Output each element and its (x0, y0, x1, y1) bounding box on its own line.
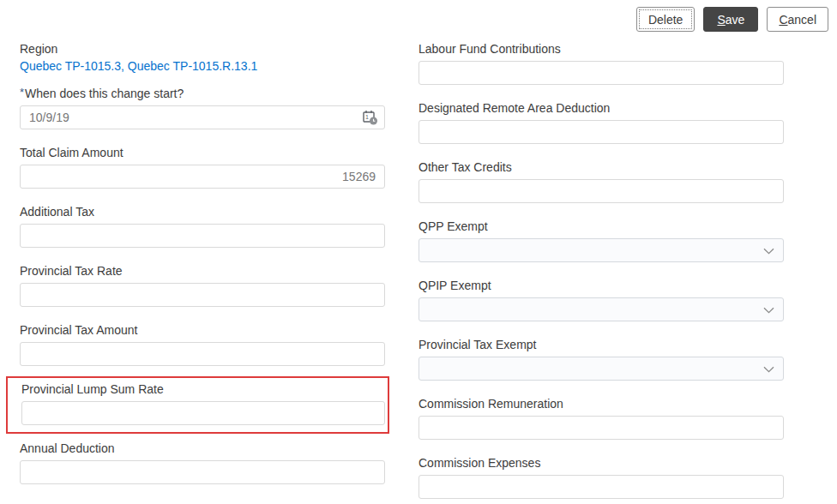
delete-button-label: Delete (648, 13, 683, 27)
start-date-label: *When does this change start? (20, 86, 385, 100)
right-column: Labour Fund Contributions Designated Rem… (418, 42, 784, 504)
svg-text:1: 1 (365, 114, 369, 120)
provincial-tax-exempt-select[interactable] (418, 357, 784, 381)
calendar-clock-icon[interactable]: 1 (362, 110, 378, 126)
save-button-label: ave (726, 13, 745, 27)
left-column: Region Quebec TP-1015.3, Quebec TP-1015.… (20, 42, 385, 504)
annual-deduction-group: Annual Deduction (20, 441, 385, 484)
qpp-exempt-label: QPP Exempt (418, 219, 784, 233)
qpp-exempt-select[interactable] (418, 238, 784, 262)
region-label: Region (20, 42, 385, 56)
commission-expenses-group: Commission Expenses (418, 456, 784, 499)
region-value-link[interactable]: Quebec TP-1015.3, Quebec TP-1015.R.13.1 (20, 59, 257, 73)
other-tax-credits-input[interactable] (418, 179, 784, 203)
remote-area-deduction-input[interactable] (418, 120, 784, 144)
annual-deduction-input[interactable] (20, 460, 385, 484)
total-claim-group: Total Claim Amount (20, 146, 385, 189)
additional-tax-input[interactable] (20, 224, 385, 248)
commission-expenses-label: Commission Expenses (418, 456, 784, 470)
start-date-group: *When does this change start? 1 (20, 86, 385, 129)
cancel-button-accesskey: C (779, 13, 787, 27)
provincial-tax-rate-label: Provincial Tax Rate (20, 264, 385, 278)
other-tax-credits-group: Other Tax Credits (418, 160, 784, 203)
qpip-exempt-group: QPIP Exempt (418, 279, 784, 321)
form-body: Region Quebec TP-1015.3, Quebec TP-1015.… (20, 42, 784, 504)
required-marker: * (20, 86, 24, 99)
qpip-exempt-label: QPIP Exempt (418, 279, 784, 292)
cancel-button-label: ancel (788, 13, 816, 27)
delete-button[interactable]: Delete (636, 7, 695, 32)
remote-area-deduction-label: Designated Remote Area Deduction (418, 101, 784, 115)
annual-deduction-label: Annual Deduction (20, 441, 385, 455)
provincial-lump-sum-rate-label: Provincial Lump Sum Rate (21, 382, 385, 396)
provincial-tax-amount-group: Provincial Tax Amount (20, 323, 385, 366)
commission-remuneration-group: Commission Remuneration (418, 397, 784, 440)
commission-remuneration-input[interactable] (418, 416, 784, 440)
provincial-tax-exempt-group: Provincial Tax Exempt (418, 338, 784, 381)
labour-fund-input[interactable] (418, 61, 784, 85)
labour-fund-group: Labour Fund Contributions (418, 42, 784, 85)
chevron-down-icon (763, 361, 774, 376)
provincial-tax-rate-group: Provincial Tax Rate (20, 264, 385, 307)
total-claim-label: Total Claim Amount (20, 146, 385, 159)
labour-fund-label: Labour Fund Contributions (418, 42, 784, 56)
provincial-lump-sum-rate-input[interactable] (21, 401, 385, 425)
remote-area-deduction-group: Designated Remote Area Deduction (418, 101, 784, 144)
provincial-tax-amount-label: Provincial Tax Amount (20, 323, 385, 337)
region-group: Region Quebec TP-1015.3, Quebec TP-1015.… (20, 42, 385, 74)
provincial-tax-rate-input[interactable] (20, 283, 385, 307)
provincial-tax-amount-input[interactable] (20, 342, 385, 366)
toolbar: Delete Save Cancel (636, 7, 828, 32)
provincial-tax-exempt-label: Provincial Tax Exempt (418, 338, 784, 351)
provincial-lump-sum-rate-group-highlighted: Provincial Lump Sum Rate (6, 376, 389, 434)
additional-tax-label: Additional Tax (20, 205, 385, 219)
chevron-down-icon (763, 243, 774, 258)
chevron-down-icon (763, 302, 774, 317)
commission-expenses-input[interactable] (418, 475, 784, 499)
qpip-exempt-select[interactable] (418, 297, 784, 321)
total-claim-input[interactable] (20, 165, 385, 189)
cancel-button[interactable]: Cancel (767, 7, 828, 32)
additional-tax-group: Additional Tax (20, 205, 385, 248)
other-tax-credits-label: Other Tax Credits (418, 160, 784, 174)
qpp-exempt-group: QPP Exempt (418, 219, 784, 262)
commission-remuneration-label: Commission Remuneration (418, 397, 784, 411)
start-date-input[interactable] (20, 105, 385, 129)
save-button-accesskey: S (717, 13, 725, 27)
save-button[interactable]: Save (703, 7, 758, 32)
